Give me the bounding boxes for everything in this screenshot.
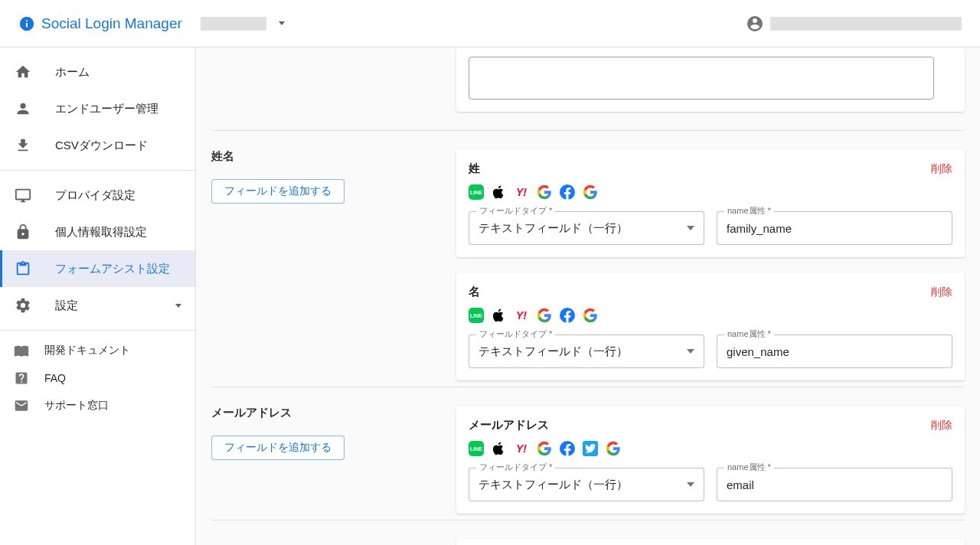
line-icon: LINE bbox=[469, 308, 484, 323]
sidebar-item-label: エンドユーザー管理 bbox=[55, 102, 181, 116]
twitter-icon bbox=[582, 440, 599, 457]
lock-icon bbox=[14, 223, 32, 241]
nav-group-1: ホーム エンドユーザー管理 CSVダウンロード bbox=[0, 47, 195, 171]
tenant-switcher[interactable] bbox=[201, 17, 285, 31]
main-content: 姓名 フィールドを追加する 姓 削除 LINEY! フィールドタイプ * テキス… bbox=[196, 47, 980, 545]
sidebar: ホーム エンドユーザー管理 CSVダウンロード プロバイダ設定 個人情報取得設定 bbox=[0, 47, 196, 545]
field-label: name属性 * bbox=[724, 205, 774, 217]
field-label: フィールドタイプ * bbox=[476, 328, 555, 340]
previous-field-card bbox=[456, 47, 965, 112]
provider-icons: LINEY! bbox=[469, 440, 952, 457]
sidebar-item-settings[interactable]: 設定 bbox=[0, 287, 195, 324]
gear-icon bbox=[14, 296, 32, 315]
field-label: name属性 * bbox=[724, 328, 774, 340]
nav-group-3: 開発ドキュメント FAQ サポート窓口 bbox=[0, 331, 195, 426]
chevron-down-icon bbox=[687, 226, 694, 230]
name-attr-input[interactable]: name属性 * email bbox=[717, 468, 952, 501]
tenant-name-placeholder bbox=[201, 17, 266, 31]
name-attr-input[interactable]: name属性 * family_name bbox=[717, 211, 952, 245]
yahoo-icon: Y! bbox=[513, 184, 530, 201]
google-icon bbox=[536, 440, 553, 457]
delete-button[interactable]: 削除 bbox=[931, 286, 952, 299]
sidebar-item-label: 個人情報取得設定 bbox=[55, 225, 181, 240]
yahoo-icon: Y! bbox=[513, 307, 530, 324]
sidebar-item-home[interactable]: ホーム bbox=[0, 54, 195, 90]
field-card-given-name: 名 削除 LINEY! フィールドタイプ * テキストフィールド（一行） nam… bbox=[456, 272, 965, 380]
clipboard-icon bbox=[14, 259, 32, 278]
sidebar-item-faq[interactable]: FAQ bbox=[0, 364, 195, 392]
field-card-next bbox=[456, 539, 965, 545]
sidebar-item-label: ホーム bbox=[55, 65, 181, 80]
home-icon bbox=[14, 63, 32, 81]
section-name: 姓名 フィールドを追加する 姓 削除 LINEY! フィールドタイプ * テキス… bbox=[211, 130, 965, 387]
sidebar-item-label: サポート窓口 bbox=[44, 399, 181, 413]
field-type-select[interactable]: フィールドタイプ * テキストフィールド（一行） bbox=[469, 468, 704, 501]
chevron-down-icon bbox=[175, 304, 181, 308]
sidebar-item-label: CSVダウンロード bbox=[55, 139, 181, 153]
app-header: Social Login Manager bbox=[0, 0, 980, 47]
chevron-down-icon bbox=[687, 482, 694, 487]
card-title: メールアドレス bbox=[469, 418, 549, 432]
input-value: given_name bbox=[727, 345, 789, 358]
section-title: 姓名 bbox=[211, 149, 456, 164]
text-input[interactable] bbox=[469, 57, 934, 100]
google-icon bbox=[536, 307, 553, 324]
yahoo-icon: Y! bbox=[513, 440, 530, 457]
user-menu[interactable] bbox=[746, 15, 962, 33]
sidebar-item-formassist[interactable]: フォームアシスト設定 bbox=[0, 250, 195, 287]
header-brand[interactable]: Social Login Manager bbox=[18, 15, 182, 32]
card-title: 名 bbox=[469, 285, 480, 299]
google-icon bbox=[582, 307, 599, 324]
google-icon bbox=[605, 440, 622, 457]
user-name-placeholder bbox=[770, 17, 962, 31]
input-value: family_name bbox=[727, 222, 792, 235]
sidebar-item-pii[interactable]: 個人情報取得設定 bbox=[0, 214, 195, 250]
nav-group-2: プロバイダ設定 個人情報取得設定 フォームアシスト設定 設定 bbox=[0, 171, 195, 331]
person-icon bbox=[14, 100, 32, 118]
delete-button[interactable]: 削除 bbox=[931, 419, 952, 432]
section-title: メールアドレス bbox=[211, 406, 456, 420]
sidebar-item-provider[interactable]: プロバイダ設定 bbox=[0, 177, 195, 214]
apple-icon bbox=[490, 184, 507, 201]
section-email: メールアドレス フィールドを追加する メールアドレス 削除 LINEY! フィー… bbox=[211, 387, 965, 520]
help-icon bbox=[14, 370, 29, 386]
apple-icon bbox=[490, 307, 507, 324]
delete-button[interactable]: 削除 bbox=[931, 162, 952, 176]
field-label: フィールドタイプ * bbox=[476, 205, 555, 217]
sidebar-item-csv[interactable]: CSVダウンロード bbox=[0, 127, 195, 164]
sidebar-item-label: FAQ bbox=[44, 372, 181, 384]
facebook-icon bbox=[559, 184, 576, 201]
info-icon bbox=[18, 15, 35, 32]
sidebar-item-devdocs[interactable]: 開発ドキュメント bbox=[0, 337, 195, 364]
app-title: Social Login Manager bbox=[41, 15, 182, 32]
sidebar-item-label: 設定 bbox=[55, 299, 152, 313]
mail-icon bbox=[14, 398, 29, 413]
sidebar-item-support[interactable]: サポート窓口 bbox=[0, 392, 195, 419]
sidebar-item-label: 開発ドキュメント bbox=[44, 344, 181, 357]
monitor-icon bbox=[14, 186, 32, 204]
sidebar-item-label: フォームアシスト設定 bbox=[55, 262, 181, 276]
field-type-select[interactable]: フィールドタイプ * テキストフィールド（一行） bbox=[469, 335, 704, 368]
add-field-button[interactable]: フィールドを追加する bbox=[211, 179, 345, 204]
field-label: フィールドタイプ * bbox=[476, 462, 555, 473]
name-attr-input[interactable]: name属性 * given_name bbox=[717, 335, 952, 368]
facebook-icon bbox=[559, 440, 576, 457]
provider-icons: LINEY! bbox=[469, 184, 952, 201]
field-type-select[interactable]: フィールドタイプ * テキストフィールド（一行） bbox=[469, 211, 704, 245]
book-icon bbox=[14, 343, 29, 358]
download-icon bbox=[14, 136, 32, 155]
field-label: name属性 * bbox=[724, 462, 774, 473]
chevron-down-icon bbox=[279, 21, 285, 25]
chevron-down-icon bbox=[687, 349, 694, 354]
account-circle-icon bbox=[746, 15, 764, 33]
select-value: テキストフィールド（一行） bbox=[479, 221, 628, 236]
facebook-icon bbox=[559, 307, 576, 324]
section-next bbox=[211, 520, 965, 545]
sidebar-item-endusers[interactable]: エンドユーザー管理 bbox=[0, 90, 195, 127]
select-value: テキストフィールド（一行） bbox=[479, 344, 628, 359]
card-title: 姓 bbox=[469, 162, 480, 176]
add-field-button[interactable]: フィールドを追加する bbox=[211, 436, 345, 460]
provider-icons: LINEY! bbox=[469, 307, 952, 324]
field-card-email: メールアドレス 削除 LINEY! フィールドタイプ * テキストフィールド（一… bbox=[456, 406, 965, 514]
line-icon: LINE bbox=[469, 184, 484, 200]
